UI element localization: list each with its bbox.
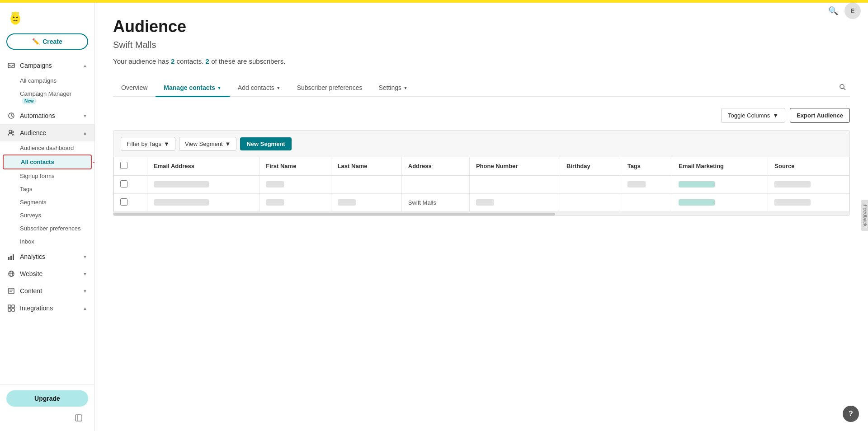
row2-checkbox[interactable]	[114, 194, 147, 212]
col-email-marketing-header[interactable]: Email Marketing	[672, 157, 768, 175]
sidebar-item-inbox[interactable]: Inbox	[0, 235, 94, 248]
row2-tags	[621, 194, 672, 212]
tab-overview[interactable]: Overview	[113, 80, 156, 97]
col-source-header[interactable]: Source	[768, 157, 849, 175]
all-contacts-wrapper: All contacts 7	[0, 155, 94, 169]
sidebar-item-all-contacts[interactable]: All contacts	[3, 155, 92, 169]
toggle-columns-chevron-icon: ▼	[773, 112, 778, 119]
svg-point-5	[17, 12, 19, 14]
automations-icon	[7, 112, 15, 120]
new-segment-button[interactable]: New Segment	[240, 137, 291, 150]
svg-rect-23	[8, 305, 11, 308]
search-icon-tab	[839, 84, 846, 91]
col-lastname-header[interactable]: Last Name	[331, 157, 401, 175]
col-email-header[interactable]: Email Address	[147, 157, 259, 175]
table-toolbar: Toggle Columns ▼ Export Audience	[113, 108, 850, 123]
settings-chevron-icon: ▼	[403, 85, 408, 90]
sidebar-item-website[interactable]: Website ▼	[0, 265, 94, 282]
stats-suffix: of these are subscribers.	[211, 57, 285, 65]
table-scrollbar-thumb	[113, 213, 555, 216]
chevron-down-icon-3: ▼	[83, 272, 87, 276]
tab-add-contacts[interactable]: Add contacts ▼	[230, 80, 289, 97]
contacts-count: 2	[171, 57, 175, 65]
sidebar-item-surveys[interactable]: Surveys	[0, 209, 94, 222]
toggle-columns-label: Toggle Columns	[728, 112, 770, 119]
contacts-table-container: Email Address First Name Last Name Addre…	[113, 157, 850, 212]
sidebar-item-automations[interactable]: Automations ▼	[0, 107, 94, 124]
sidebar-item-segments[interactable]: Segments	[0, 196, 94, 209]
help-button[interactable]: ?	[843, 406, 859, 422]
tab-subscriber-preferences[interactable]: Subscriber preferences	[289, 80, 371, 97]
audience-name: Swift Malls	[113, 40, 850, 50]
search-icon[interactable]: 🔍	[828, 6, 838, 16]
col-checkbox-header	[114, 157, 147, 175]
row2-address: Swift Malls	[401, 194, 469, 212]
sidebar-item-campaigns-label: Campaigns	[20, 62, 78, 69]
svg-rect-16	[13, 254, 14, 260]
header-right: 🔍 E	[828, 3, 861, 19]
sidebar-item-subscriber-preferences[interactable]: Subscriber preferences	[0, 222, 94, 235]
main-content: Audience Swift Malls Your audience has 2…	[95, 3, 868, 431]
row2-source: source	[768, 194, 849, 212]
row1-email[interactable]: email@example.com	[147, 175, 259, 194]
svg-rect-14	[8, 257, 9, 260]
sidebar-item-tags[interactable]: Tags	[0, 183, 94, 196]
tab-settings[interactable]: Settings ▼	[370, 80, 416, 97]
row1-source: source	[768, 175, 849, 194]
avatar[interactable]: E	[844, 3, 861, 19]
row1-firstname: John	[259, 175, 331, 194]
website-icon	[7, 270, 15, 278]
toggle-columns-button[interactable]: Toggle Columns ▼	[721, 108, 785, 123]
sidebar-item-all-campaigns[interactable]: All campaigns	[0, 74, 94, 87]
add-contacts-chevron-icon: ▼	[276, 85, 281, 90]
page-title: Audience	[113, 17, 850, 36]
chevron-down-icon-2: ▼	[83, 254, 87, 259]
row2-select-checkbox[interactable]	[120, 198, 127, 206]
row1-phone	[469, 175, 560, 194]
chevron-up-icon-3: ▲	[83, 306, 87, 311]
sidebar-item-campaigns[interactable]: Campaigns ▲	[0, 57, 94, 74]
sidebar-item-audience-label: Audience	[20, 129, 78, 136]
tab-manage-contacts[interactable]: Manage contacts ▼	[156, 80, 230, 97]
filter-tags-chevron-icon: ▼	[164, 141, 170, 147]
row1-checkbox[interactable]	[114, 175, 147, 194]
svg-rect-27	[75, 415, 82, 421]
col-phone-header[interactable]: Phone Number	[469, 157, 560, 175]
table-scrollbar[interactable]	[113, 212, 850, 216]
row1-select-checkbox[interactable]	[120, 180, 127, 187]
sidebar-item-audience[interactable]: Audience ▲	[0, 124, 94, 141]
col-address-header[interactable]: Address	[401, 157, 469, 175]
upgrade-button[interactable]: Upgrade	[6, 390, 88, 407]
subscribers-count: 2	[206, 57, 209, 65]
col-tags-header[interactable]: Tags	[621, 157, 672, 175]
table-search-button[interactable]	[835, 80, 850, 96]
stats-middle: contacts.	[176, 57, 205, 65]
sidebar-item-campaign-manager[interactable]: Campaign Manager New	[0, 87, 94, 107]
sidebar: ✏️ Create Campaigns ▲ All campaigns Camp…	[0, 3, 95, 431]
content-icon	[7, 287, 15, 295]
create-button-label: Create	[42, 38, 62, 45]
row2-birthday	[560, 194, 621, 212]
chevron-down-icon-4: ▼	[83, 289, 87, 294]
sidebar-item-integrations[interactable]: Integrations ▲	[0, 300, 94, 317]
sidebar-item-analytics[interactable]: Analytics ▼	[0, 248, 94, 265]
feedback-tab[interactable]: Feedback	[861, 200, 868, 231]
sidebar-item-audience-dashboard[interactable]: Audience dashboard	[0, 141, 94, 155]
row1-tags: tag	[621, 175, 672, 194]
svg-point-2	[16, 16, 18, 18]
col-firstname-header[interactable]: First Name	[259, 157, 331, 175]
contacts-table: Email Address First Name Last Name Addre…	[113, 157, 849, 212]
sidebar-item-analytics-label: Analytics	[20, 253, 78, 260]
select-all-checkbox[interactable]	[120, 162, 127, 169]
sidebar-item-signup-forms[interactable]: Signup forms	[0, 169, 94, 183]
create-button[interactable]: ✏️ Create	[6, 33, 88, 50]
audience-icon	[7, 129, 15, 137]
collapse-sidebar-button[interactable]	[6, 410, 88, 426]
col-birthday-header[interactable]: Birthday	[560, 157, 621, 175]
view-segment-button[interactable]: View Segment ▼	[179, 137, 236, 151]
filter-by-tags-button[interactable]: Filter by Tags ▼	[121, 137, 175, 151]
row2-email[interactable]: email@example.com	[147, 194, 259, 212]
sidebar-item-content[interactable]: Content ▼	[0, 282, 94, 300]
export-audience-button[interactable]: Export Audience	[790, 108, 850, 123]
view-segment-chevron-icon: ▼	[225, 141, 231, 147]
